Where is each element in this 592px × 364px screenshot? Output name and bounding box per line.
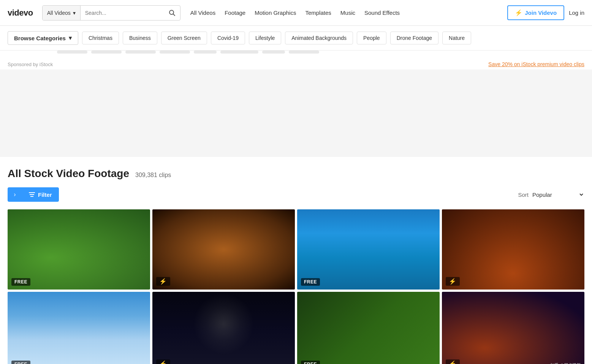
- filter-label: Filter: [38, 191, 52, 198]
- filter-button[interactable]: Filter: [22, 187, 59, 202]
- video-badge-7: FREE: [301, 361, 320, 364]
- search-input[interactable]: [81, 6, 164, 20]
- search-wrapper: All Videos ▾: [42, 5, 180, 21]
- loading-bar-3: [125, 51, 156, 54]
- video-card-1[interactable]: FREE: [8, 209, 150, 290]
- category-tag-animated-bg[interactable]: Animated Backgrounds: [285, 32, 353, 44]
- header: videvo All Videos ▾ All Videos Footage M…: [0, 0, 592, 26]
- search-button[interactable]: [164, 6, 180, 20]
- video-badge-8: ⚡: [446, 359, 460, 364]
- join-button[interactable]: ⚡ Join Videvo: [507, 5, 564, 20]
- video-card-3[interactable]: FREE: [297, 209, 440, 290]
- loading-bar-4: [160, 51, 190, 54]
- sort-label: Sort: [518, 191, 529, 198]
- istock-link[interactable]: Save 20% on iStock premium video clips: [488, 61, 584, 67]
- loading-bar-2: [91, 51, 122, 54]
- svg-line-1: [173, 14, 175, 16]
- category-tag-nature[interactable]: Nature: [442, 32, 471, 44]
- content-header: All Stock Video Footage 309,381 clips: [8, 168, 584, 180]
- category-tag-green-screen[interactable]: Green Screen: [161, 32, 207, 44]
- nav-all-videos[interactable]: All Videos: [190, 9, 215, 16]
- header-right: ⚡ Join Videvo Log in: [507, 5, 584, 20]
- video-badge-4: ⚡: [446, 277, 460, 286]
- category-tag-business[interactable]: Business: [123, 32, 157, 44]
- expand-icon: ›: [14, 191, 16, 198]
- page-title: All Stock Video Footage: [8, 168, 129, 180]
- site-logo[interactable]: videvo: [8, 8, 33, 18]
- nav-sound-effects[interactable]: Sound Effects: [364, 9, 400, 16]
- loading-bar-7: [262, 51, 285, 54]
- video-grid: FREE ⚡ FREE ⚡ FREE ⚡ FREE ⚡ 知乎 @潮点视频: [8, 209, 584, 364]
- sponsored-bar: Sponsored by iStock Save 20% on iStock p…: [0, 57, 592, 70]
- video-card-5[interactable]: FREE: [8, 292, 150, 364]
- video-badge-2: ⚡: [156, 277, 170, 286]
- filter-icon: [29, 192, 35, 197]
- watermark: 知乎 @潮点视频: [550, 362, 581, 364]
- ad-area: [0, 70, 592, 157]
- loading-bar-8: [289, 51, 319, 54]
- all-videos-dropdown-btn[interactable]: All Videos ▾: [43, 6, 81, 20]
- nav-footage[interactable]: Footage: [225, 9, 245, 16]
- sponsored-text: Sponsored by iStock: [8, 62, 53, 67]
- loading-bar-6: [220, 51, 258, 54]
- video-card-6[interactable]: ⚡: [152, 292, 295, 364]
- browse-categories-btn[interactable]: Browse Categories ▾: [8, 31, 78, 45]
- category-tag-lifestyle[interactable]: Lifestyle: [249, 32, 281, 44]
- loading-bar-5: [194, 51, 217, 54]
- categories-bar: Browse Categories ▾ Christmas Business G…: [0, 26, 592, 51]
- category-tag-people[interactable]: People: [357, 32, 386, 44]
- loading-bar-1: [57, 51, 87, 54]
- expand-filter-btn[interactable]: ›: [8, 187, 22, 202]
- video-badge-3: FREE: [301, 278, 320, 286]
- nav-templates[interactable]: Templates: [305, 9, 331, 16]
- join-label: Join Videvo: [525, 9, 557, 16]
- clips-count: 309,381 clips: [135, 172, 171, 179]
- search-icon: [169, 9, 176, 16]
- main-content: All Stock Video Footage 309,381 clips › …: [0, 157, 592, 364]
- main-nav: All Videos Footage Motion Graphics Templ…: [190, 9, 501, 16]
- video-badge-5: FREE: [11, 361, 30, 364]
- nav-motion-graphics[interactable]: Motion Graphics: [255, 9, 296, 16]
- bolt-icon: ⚡: [515, 9, 522, 16]
- category-tag-christmas[interactable]: Christmas: [82, 32, 119, 44]
- browse-dropdown-icon: ▾: [69, 35, 72, 41]
- filter-bar: › Filter Sort Popular Newest Most Downlo…: [8, 187, 584, 202]
- video-card-4[interactable]: ⚡: [442, 209, 584, 290]
- dropdown-icon: ▾: [73, 10, 76, 16]
- category-tag-drone-footage[interactable]: Drone Footage: [390, 32, 438, 44]
- browse-label: Browse Categories: [14, 35, 66, 41]
- video-card-2[interactable]: ⚡: [152, 209, 295, 290]
- video-badge-6: ⚡: [156, 359, 170, 364]
- filter-left: › Filter: [8, 187, 59, 202]
- sort-area: Sort Popular Newest Most Downloaded: [518, 191, 584, 198]
- video-card-8[interactable]: ⚡ 知乎 @潮点视频: [442, 292, 584, 364]
- login-link[interactable]: Log in: [569, 9, 584, 16]
- video-badge-1: FREE: [11, 278, 30, 286]
- nav-music[interactable]: Music: [340, 9, 355, 16]
- all-videos-label: All Videos: [47, 10, 71, 16]
- video-card-7[interactable]: FREE: [297, 292, 440, 364]
- sort-select[interactable]: Popular Newest Most Downloaded: [531, 191, 584, 198]
- category-tag-covid19[interactable]: Covid-19: [211, 32, 245, 44]
